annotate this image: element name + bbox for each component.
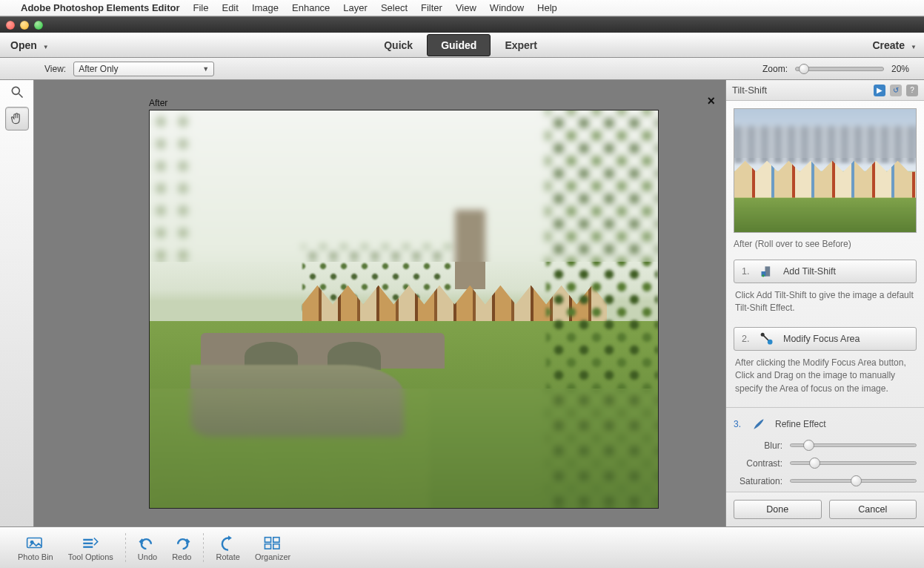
blur-slider[interactable] xyxy=(790,443,917,447)
photo-bin-button[interactable]: Photo Bin xyxy=(10,532,61,564)
organizer-label: Organizer xyxy=(255,552,290,561)
menu-image[interactable]: Image xyxy=(252,2,279,13)
tab-guided[interactable]: Guided xyxy=(427,34,491,56)
step1-help: Click Add Tilt-Shift to give the image a… xyxy=(734,289,917,315)
panel-reset-icon[interactable]: ↺ xyxy=(890,85,902,96)
toolbar-divider xyxy=(203,533,204,563)
svg-rect-14 xyxy=(265,544,270,549)
photo-bin-icon xyxy=(26,535,45,551)
menu-filter[interactable]: Filter xyxy=(421,2,442,13)
refine-effect-header: 3. Refine Effect xyxy=(734,417,917,432)
menu-help[interactable]: Help xyxy=(537,2,557,13)
app-name[interactable]: Adobe Photoshop Elements Editor xyxy=(21,2,180,13)
step2-label: Modify Focus Area xyxy=(783,334,860,344)
redo-icon xyxy=(172,535,191,551)
brush-icon xyxy=(751,417,766,432)
step2-help: After clicking the Modify Focus Area but… xyxy=(734,357,917,395)
contrast-label: Contrast: xyxy=(734,458,782,469)
tool-options-icon xyxy=(81,535,100,551)
mac-menubar: Adobe Photoshop Elements Editor File Edi… xyxy=(0,0,924,16)
undo-icon xyxy=(138,535,157,551)
tab-quick[interactable]: Quick xyxy=(370,34,427,56)
right-panel: Tilt-Shift ▶ ↺ ? After (Roll over to see… xyxy=(725,80,924,526)
zoom-slider[interactable] xyxy=(795,67,884,71)
svg-rect-15 xyxy=(273,544,279,549)
window-minimize-button[interactable] xyxy=(20,21,29,30)
svg-rect-13 xyxy=(273,537,279,542)
tool-options-button[interactable]: Tool Options xyxy=(61,532,121,564)
saturation-slider-thumb[interactable] xyxy=(851,475,862,486)
zoom-label: Zoom: xyxy=(762,64,788,74)
saturation-label: Saturation: xyxy=(734,476,782,486)
undo-button[interactable]: Undo xyxy=(130,532,164,564)
window-zoom-button[interactable] xyxy=(34,21,43,30)
menu-edit[interactable]: Edit xyxy=(222,2,238,13)
rotate-label: Rotate xyxy=(216,552,239,561)
menu-view[interactable]: View xyxy=(456,2,476,13)
contrast-slider-row: Contrast: xyxy=(734,458,917,469)
redo-button[interactable]: Redo xyxy=(164,532,199,564)
panel-title: Tilt-Shift xyxy=(732,85,767,96)
open-menu-button[interactable]: Open xyxy=(10,39,49,51)
view-dropdown-value: After Only xyxy=(79,64,118,74)
panel-footer: Done Cancel xyxy=(726,492,924,526)
menu-select[interactable]: Select xyxy=(381,2,408,13)
panel-preview-image[interactable] xyxy=(734,108,917,233)
step1-number: 1. xyxy=(742,266,751,277)
modify-focus-area-button[interactable]: 2. Modify Focus Area xyxy=(734,327,917,351)
top-toolbar: Open Quick Guided Expert Create xyxy=(0,33,924,58)
focus-area-icon xyxy=(760,331,774,346)
saturation-slider[interactable] xyxy=(790,479,917,483)
tab-expert[interactable]: Expert xyxy=(491,34,551,56)
contrast-slider-thumb[interactable] xyxy=(809,458,820,469)
panel-help-icon[interactable]: ? xyxy=(906,85,918,96)
bottom-toolbar: Photo Bin Tool Options Undo Redo Rotate … xyxy=(0,526,924,568)
svg-rect-2 xyxy=(765,266,771,276)
blur-slider-thumb[interactable] xyxy=(803,440,814,451)
done-button[interactable]: Done xyxy=(734,500,822,519)
menu-window[interactable]: Window xyxy=(490,2,524,13)
rotate-button[interactable]: Rotate xyxy=(208,532,247,564)
canvas-zone: After × xyxy=(34,80,725,526)
menu-layer[interactable]: Layer xyxy=(343,2,368,13)
svg-point-6 xyxy=(768,340,773,345)
window-titlebar xyxy=(0,16,924,33)
canvas-label: After xyxy=(149,98,167,108)
document-canvas[interactable] xyxy=(149,110,659,509)
panel-play-icon[interactable]: ▶ xyxy=(874,85,885,96)
organizer-icon xyxy=(263,535,282,551)
menu-enhance[interactable]: Enhance xyxy=(292,2,330,13)
window-close-button[interactable] xyxy=(6,21,15,30)
svg-point-5 xyxy=(761,332,765,336)
redo-label: Redo xyxy=(172,552,191,561)
add-tilt-shift-button[interactable]: 1. Add Tilt-Shift xyxy=(734,260,917,283)
zoom-value: 20% xyxy=(891,64,909,74)
rotate-icon xyxy=(219,535,238,551)
contrast-slider[interactable] xyxy=(790,461,917,465)
svg-point-4 xyxy=(762,274,764,277)
svg-rect-12 xyxy=(265,537,270,542)
main-area: After × Tilt-Shift ▶ ↺ ? xyxy=(0,80,924,526)
undo-label: Undo xyxy=(138,552,157,561)
options-bar: View: After Only ▼ Zoom: 20% xyxy=(0,58,924,80)
buildings-icon xyxy=(760,264,774,279)
blur-slider-row: Blur: xyxy=(734,440,917,451)
saturation-slider-row: Saturation: xyxy=(734,476,917,486)
step2-number: 2. xyxy=(742,334,751,344)
panel-divider xyxy=(726,407,924,408)
menu-file[interactable]: File xyxy=(193,2,209,13)
step1-label: Add Tilt-Shift xyxy=(783,266,836,277)
mode-tabs: Quick Guided Expert xyxy=(370,34,551,56)
step3-label: Refine Effect xyxy=(775,419,825,429)
view-dropdown[interactable]: After Only ▼ xyxy=(73,62,214,76)
create-menu-button[interactable]: Create xyxy=(872,39,917,51)
chevron-down-icon: ▼ xyxy=(202,65,209,73)
zoom-slider-thumb[interactable] xyxy=(799,64,809,74)
close-document-button[interactable]: × xyxy=(707,93,715,109)
panel-header: Tilt-Shift ▶ ↺ ? xyxy=(726,80,924,101)
preview-caption: After (Roll over to see Before) xyxy=(734,239,917,249)
view-label: View: xyxy=(44,64,66,74)
toolbar-divider xyxy=(125,533,126,563)
cancel-button[interactable]: Cancel xyxy=(829,500,917,519)
organizer-button[interactable]: Organizer xyxy=(247,532,298,564)
